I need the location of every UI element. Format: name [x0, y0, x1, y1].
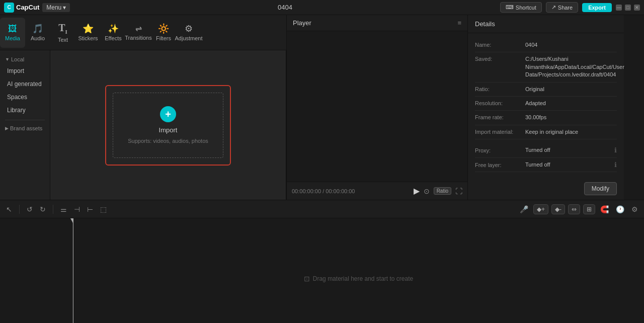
adjustment-icon: ⚙ — [185, 24, 193, 33]
tool-audio[interactable]: 🎵 Audio — [25, 18, 50, 48]
magnet-icon[interactable]: 🧲 — [598, 204, 611, 214]
tool-transitions[interactable]: ⇌ Transitions — [126, 18, 151, 48]
maximize-button[interactable]: □ — [625, 5, 631, 11]
transitions-icon: ⇌ — [135, 25, 142, 33]
tool-filters-label: Filters — [156, 35, 171, 41]
tl-right-tools: 🎤 ◆+ ◆- ⇔ ⊞ 🧲 🕐 ⚙ — [518, 204, 640, 214]
undo-button[interactable]: ↺ — [25, 204, 35, 214]
tool-media[interactable]: 🖼 Media — [0, 18, 25, 48]
proxy-info-icon[interactable]: ℹ — [614, 146, 617, 154]
align-button[interactable]: ⊞ — [583, 204, 595, 214]
fullscreen-icon[interactable]: ⛶ — [455, 187, 462, 195]
timeline-body: ⊡ Drag material here and start to create — [0, 218, 644, 323]
title-bar-right: ⌨ Shortcut ↗ Share Export — □ ✕ — [500, 2, 640, 13]
window-controls: — □ ✕ — [616, 5, 640, 11]
share-button[interactable]: ↗ Share — [546, 2, 578, 13]
project-title: 0404 — [278, 4, 292, 11]
detail-resolution: Resolution: Adapted — [475, 97, 617, 111]
drag-hint: ⊡ Drag material here and start to create — [304, 275, 413, 283]
main-toolbar: 🖼 Media 🎵 Audio TI Text ⭐ Stickers ✨ — [0, 15, 286, 50]
close-button[interactable]: ✕ — [634, 5, 640, 11]
logo-icon: C — [4, 3, 14, 13]
tool-adjustment[interactable]: ⚙ Adjustment — [176, 18, 201, 48]
tool-effects[interactable]: ✨ Effects — [101, 18, 126, 48]
timeline-area: ↖ ↺ ↻ ⚌ ⊣ ⊢ ⬚ 🎤 ◆+ ◆- ⇔ ⊞ 🧲 🕐 ⚙ — [0, 200, 644, 323]
play-button[interactable]: ▶ — [414, 186, 420, 196]
details-footer: Modify — [468, 177, 624, 200]
import-label: Import — [159, 126, 178, 134]
export-button[interactable]: Export — [582, 3, 612, 12]
split-tool[interactable]: ⚌ — [58, 204, 69, 214]
effects-icon: ✨ — [108, 24, 119, 33]
player-panel: Player ≡ 00:00:00:00 / 00:00:00:00 ▶ ⊙ R… — [287, 15, 468, 200]
tool-adjustment-label: Adjustment — [175, 35, 202, 41]
media-icon: 🖼 — [8, 24, 17, 33]
stickers-icon: ⭐ — [83, 24, 94, 33]
text-icon: TI — [58, 23, 67, 35]
nav-section-brand-assets[interactable]: ▶ Brand assets — [0, 123, 50, 133]
details-header: Details — [468, 15, 624, 33]
nav-panel: ▼ Local Import AI generated Spaces Libra… — [0, 50, 50, 200]
shortcut-button[interactable]: ⌨ Shortcut — [500, 2, 542, 13]
menu-button[interactable]: Menu ▾ — [42, 3, 70, 12]
player-body — [287, 31, 467, 182]
detail-ratio: Ratio: Original — [475, 83, 617, 97]
detail-saved: Saved: C:/Users/Kushani Nimanthika/AppDa… — [475, 52, 617, 82]
nav-brand-assets-label: Brand assets — [10, 125, 42, 131]
tool-filters[interactable]: 🔆 Filters — [151, 18, 176, 48]
filters-icon: 🔆 — [158, 24, 169, 33]
app-name: CapCut — [16, 4, 39, 11]
app-logo: C CapCut — [4, 3, 39, 13]
nav-item-ai-generated[interactable]: AI generated — [0, 77, 50, 91]
tool-stickers-label: Stickers — [78, 35, 98, 41]
title-bar-left: C CapCut Menu ▾ — [4, 3, 70, 13]
details-body: Name: 0404 Saved: C:/Users/Kushani Niman… — [468, 33, 624, 177]
nav-section-local[interactable]: ▼ Local — [0, 54, 50, 64]
fit-screen-icon[interactable]: ⊙ — [424, 187, 430, 195]
mic-icon[interactable]: 🎤 — [518, 204, 530, 214]
ratio-button[interactable]: Ratio — [434, 187, 451, 195]
details-panel: Details Name: 0404 Saved: C:/Users/Kusha… — [468, 15, 624, 200]
import-dropzone[interactable]: + Import Supports: videos, audios, photo… — [113, 93, 223, 158]
tool-text[interactable]: TI Text — [50, 18, 75, 48]
tool-text-label: Text — [58, 37, 68, 43]
tool-media-label: Media — [5, 35, 20, 41]
timeline-left-gutter — [0, 218, 73, 323]
stretch-button[interactable]: ⇔ — [568, 204, 580, 214]
player-menu-icon[interactable]: ≡ — [457, 19, 461, 27]
delete-right-tool[interactable]: ⊢ — [85, 204, 95, 214]
tool-effects-label: Effects — [105, 35, 121, 41]
minimize-button[interactable]: — — [616, 5, 622, 11]
redo-button[interactable]: ↻ — [38, 204, 48, 214]
crop-tool[interactable]: ⬚ — [98, 204, 109, 214]
timeline-content[interactable]: ⊡ Drag material here and start to create — [73, 218, 644, 323]
detail-name: Name: 0404 — [475, 38, 617, 52]
player-ctrl-icons: ⊙ Ratio ⛶ — [424, 187, 462, 195]
delete-left-tool[interactable]: ⊣ — [72, 204, 82, 214]
detail-proxy: Proxy: Turned off ℹ — [475, 143, 617, 157]
free-layer-info-icon[interactable]: ℹ — [614, 161, 617, 169]
time-display: 00:00:00:00 / 00:00:00:00 — [292, 188, 410, 194]
nav-item-spaces[interactable]: Spaces — [0, 91, 50, 104]
player-controls: 00:00:00:00 / 00:00:00:00 ▶ ⊙ Ratio ⛶ — [287, 182, 467, 200]
modify-button[interactable]: Modify — [584, 182, 617, 195]
keyframe-add-button[interactable]: ◆+ — [533, 204, 548, 214]
detail-import-material: Import material: Keep in original place — [475, 125, 617, 139]
nav-local-label: Local — [11, 56, 24, 62]
title-bar: C CapCut Menu ▾ 0404 ⌨ Shortcut ↗ Share … — [0, 0, 644, 15]
playhead-line — [73, 218, 73, 323]
tool-audio-label: Audio — [31, 35, 45, 41]
tool-stickers[interactable]: ⭐ Stickers — [75, 18, 101, 48]
tl-sep-2 — [53, 205, 53, 214]
history-icon[interactable]: 🕐 — [614, 204, 626, 214]
tl-sep-1 — [19, 205, 20, 214]
nav-item-library[interactable]: Library — [0, 104, 50, 117]
media-content-area: + Import Supports: videos, audios, photo… — [50, 50, 286, 200]
detail-free-layer: Free layer: Turned off ℹ — [475, 158, 617, 172]
cursor-tool[interactable]: ↖ — [4, 204, 14, 214]
settings-icon[interactable]: ⚙ — [629, 204, 640, 214]
keyframe-remove-button[interactable]: ◆- — [551, 204, 565, 214]
nav-item-import[interactable]: Import — [0, 64, 50, 77]
detail-framerate: Frame rate: 30.00fps — [475, 111, 617, 125]
timeline-toolbar: ↖ ↺ ↻ ⚌ ⊣ ⊢ ⬚ 🎤 ◆+ ◆- ⇔ ⊞ 🧲 🕐 ⚙ — [0, 200, 644, 218]
